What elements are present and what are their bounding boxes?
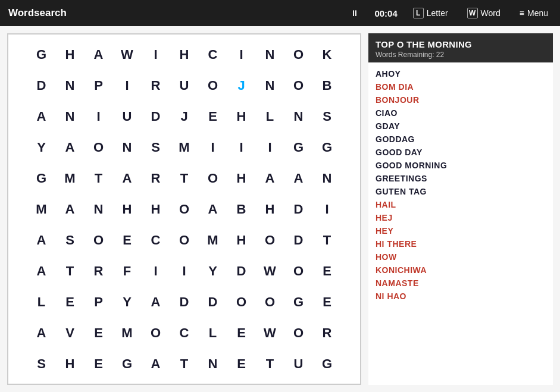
grid-cell[interactable]: Y [199,256,227,287]
grid-cell[interactable]: A [27,101,56,132]
pause-button[interactable]: ⏸ [347,7,362,19]
grid-cell[interactable]: O [284,39,313,70]
word-list[interactable]: AHOYBOM DIABONJOURCIAOGDAYGODDAGGOOD DAY… [368,62,553,385]
grid-cell[interactable]: P [85,287,113,318]
word-item[interactable]: NI HAO [376,290,546,303]
grid-cell[interactable]: N [85,194,113,225]
grid-cell[interactable]: A [142,349,170,380]
word-item[interactable]: HAIL [376,198,546,211]
word-item[interactable]: AHOY [376,67,546,80]
grid-cell[interactable]: S [142,132,170,163]
grid-cell[interactable]: R [142,163,170,194]
grid-cell[interactable]: G [27,163,56,194]
grid-cell[interactable]: A [56,132,85,163]
grid-cell[interactable]: E [313,256,342,287]
grid-cell[interactable]: E [85,318,113,349]
grid-cell[interactable]: J [227,70,256,101]
menu-button[interactable]: ≡ Menu [516,7,552,19]
word-item[interactable]: GODDAG [376,133,546,146]
grid-cell[interactable]: O [142,318,170,349]
grid-cell[interactable]: N [313,163,342,194]
word-item[interactable]: HOW [376,250,546,264]
grid-cell[interactable]: M [199,225,227,256]
grid-cell[interactable]: A [256,163,284,194]
grid-cell[interactable]: E [113,225,142,256]
grid-cell[interactable]: C [142,225,170,256]
grid-cell[interactable]: O [284,318,313,349]
grid-cell[interactable]: D [142,101,170,132]
grid-cell[interactable]: L [199,318,227,349]
grid-cell[interactable]: N [113,132,142,163]
word-item[interactable]: HEJ [376,211,546,224]
grid-cell[interactable]: G [284,287,313,318]
grid-cell[interactable]: E [227,318,256,349]
grid-cell[interactable]: A [113,163,142,194]
word-item[interactable]: GUTEN TAG [376,185,546,198]
grid-cell[interactable]: D [170,287,199,318]
grid-cell[interactable]: O [170,194,199,225]
grid-cell[interactable]: C [199,39,227,70]
grid-cell[interactable]: U [113,101,142,132]
grid-cell[interactable]: D [284,194,313,225]
word-item[interactable]: HI THERE [376,237,546,250]
grid-cell[interactable]: O [170,225,199,256]
grid-cell[interactable]: G [113,349,142,380]
grid-cell[interactable]: M [27,194,56,225]
grid-cell[interactable]: O [85,225,113,256]
grid-cell[interactable]: I [170,256,199,287]
grid-cell[interactable]: R [85,256,113,287]
grid-cell[interactable]: I [142,39,170,70]
grid-cell[interactable]: H [56,39,85,70]
grid-cell[interactable]: I [199,132,227,163]
grid-cell[interactable]: T [256,349,284,380]
grid-cell[interactable]: G [284,132,313,163]
grid-cell[interactable]: I [313,194,342,225]
grid-cell[interactable]: E [199,101,227,132]
grid-cell[interactable]: O [256,287,284,318]
grid-cell[interactable]: R [142,70,170,101]
grid-cell[interactable]: H [227,101,256,132]
grid-cell[interactable]: K [313,39,342,70]
grid-cell[interactable]: G [313,132,342,163]
word-item[interactable]: GOOD DAY [376,146,546,159]
word-item[interactable]: GREETINGS [376,172,546,185]
grid-cell[interactable]: O [284,256,313,287]
grid-cell[interactable]: O [227,287,256,318]
grid-cell[interactable]: B [313,70,342,101]
grid-cell[interactable]: W [256,256,284,287]
grid-cell[interactable]: B [227,194,256,225]
grid-cell[interactable]: W [113,39,142,70]
grid-cell[interactable]: L [256,101,284,132]
grid-cell[interactable]: N [199,349,227,380]
grid-cell[interactable]: D [227,256,256,287]
grid-cell[interactable]: E [313,287,342,318]
grid-cell[interactable]: D [27,70,56,101]
grid-cell[interactable]: C [170,318,199,349]
grid-cell[interactable]: I [227,39,256,70]
word-item[interactable]: CIAO [376,106,546,120]
grid-cell[interactable]: A [142,287,170,318]
grid-cell[interactable]: I [142,256,170,287]
grid-cell[interactable]: I [256,132,284,163]
grid-cell[interactable]: E [227,349,256,380]
word-item[interactable]: KONICHIWA [376,264,546,277]
grid-cell[interactable]: U [284,349,313,380]
grid-cell[interactable]: A [284,163,313,194]
grid-cell[interactable]: J [170,101,199,132]
grid-cell[interactable]: T [56,256,85,287]
grid-cell[interactable]: O [256,225,284,256]
word-item[interactable]: NAMASTE [376,277,546,290]
grid-cell[interactable]: O [199,163,227,194]
grid-cell[interactable]: I [227,132,256,163]
grid-cell[interactable]: U [170,70,199,101]
grid-cell[interactable]: L [27,287,56,318]
grid-cell[interactable]: N [256,39,284,70]
grid-cell[interactable]: N [56,70,85,101]
grid-cell[interactable]: G [313,349,342,380]
grid-cell[interactable]: M [113,318,142,349]
grid-cell[interactable]: S [56,225,85,256]
grid-cell[interactable]: I [85,101,113,132]
grid-cell[interactable]: P [85,70,113,101]
grid-cell[interactable]: A [27,225,56,256]
word-item[interactable]: GOOD MORNING [376,159,546,172]
